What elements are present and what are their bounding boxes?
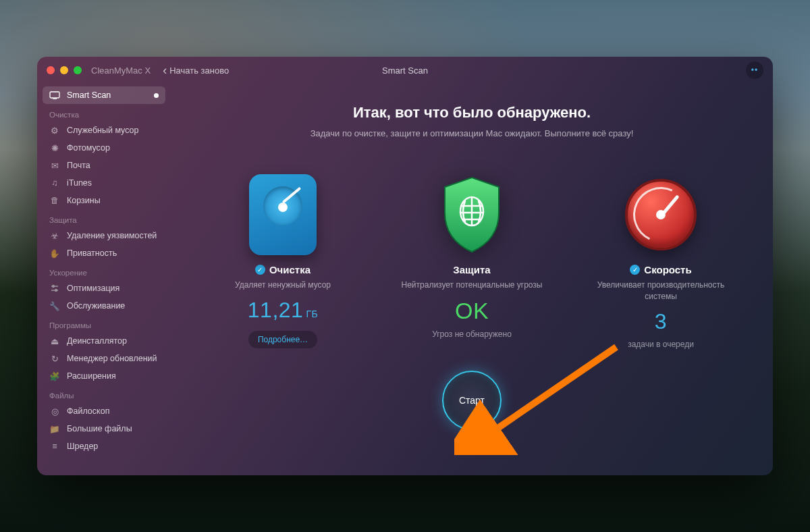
speed-title: Скорость xyxy=(644,264,691,275)
start-button[interactable]: Старт xyxy=(442,371,502,430)
sidebar-item-uninstaller[interactable]: ⏏ Деинсталлятор xyxy=(43,332,165,350)
svg-point-3 xyxy=(55,290,57,292)
cleanup-card: ✓ Очистка Удаляет ненужный мусор 11,21ГБ… xyxy=(209,171,357,349)
sidebar-item-label: Служебный мусор xyxy=(67,126,139,135)
sidebar-item-label: Фотомусор xyxy=(67,143,110,153)
folder-icon: 📁 xyxy=(49,423,60,434)
sidebar-item-label: Удаление уязвимостей xyxy=(67,231,157,240)
hand-icon: ✋ xyxy=(49,248,60,259)
speed-card: ✓ Скорость Увеличивает производительност… xyxy=(587,171,735,349)
sidebar-item-large-files[interactable]: 📁 Большие файлы xyxy=(43,420,165,437)
result-cards: ✓ Очистка Удаляет ненужный мусор 11,21ГБ… xyxy=(191,171,753,349)
sidebar-item-photo-junk[interactable]: ✺ Фотомусор xyxy=(43,139,165,157)
sidebar-item-label: Расширения xyxy=(67,371,116,381)
smart-scan-icon xyxy=(49,90,60,101)
speed-desc: Увеличивает производительность системы xyxy=(587,280,735,302)
svg-rect-0 xyxy=(50,92,59,98)
puzzle-icon: 🧩 xyxy=(49,371,60,381)
check-icon: ✓ xyxy=(630,265,640,275)
sidebar-item-smart-scan[interactable]: Smart Scan xyxy=(43,86,165,104)
gauge-illustration xyxy=(624,171,698,259)
sidebar-item-label: Обслуживание xyxy=(67,301,125,311)
main-content: Итак, вот что было обнаружено. Задачи по… xyxy=(171,84,773,475)
refresh-icon: ↻ xyxy=(49,353,60,364)
sidebar-item-label: iTunes xyxy=(67,178,92,188)
protection-desc: Нейтрализует потенциальные угрозы xyxy=(402,280,543,291)
biohazard-icon: ☣ xyxy=(49,230,60,241)
svg-rect-1 xyxy=(53,99,57,99)
sidebar-item-system-junk[interactable]: ⚙ Служебный мусор xyxy=(43,122,165,139)
sidebar-item-label: Файлоскоп xyxy=(67,406,109,416)
sidebar-item-malware[interactable]: ☣ Удаление уязвимостей xyxy=(43,227,165,244)
sidebar-section-cleanup: Очистка xyxy=(43,104,165,122)
envelope-icon: ✉ xyxy=(49,160,60,171)
zoom-window-button[interactable] xyxy=(74,66,82,74)
sidebar-item-label: Почта xyxy=(67,161,90,170)
titlebar: CleanMyMac X Начать заново Smart Scan •• xyxy=(37,57,773,84)
sliders-icon xyxy=(49,283,60,294)
sidebar-item-extensions[interactable]: 🧩 Расширения xyxy=(43,367,165,385)
sidebar-item-label: Smart Scan xyxy=(67,90,111,100)
cleanup-value: 11,21ГБ xyxy=(248,298,318,323)
close-window-button[interactable] xyxy=(47,66,55,74)
app-window: CleanMyMac X Начать заново Smart Scan ••… xyxy=(37,57,773,475)
start-over-button[interactable]: Начать заново xyxy=(163,65,229,76)
speed-sub: задачи в очереди xyxy=(628,340,694,349)
sidebar-section-apps: Программы xyxy=(43,315,165,332)
sidebar: Smart Scan Очистка ⚙ Служебный мусор ✺ Ф… xyxy=(37,84,171,475)
cleanup-title: Очистка xyxy=(269,264,310,275)
protection-card: Защита Нейтрализует потенциальные угрозы… xyxy=(398,171,546,349)
assistant-button[interactable]: •• xyxy=(746,61,763,79)
svg-line-5 xyxy=(488,347,616,435)
window-title: Smart Scan xyxy=(382,65,428,76)
cleanup-desc: Удаляет ненужный мусор xyxy=(235,280,331,291)
sidebar-item-space-lens[interactable]: ◎ Файлоскоп xyxy=(43,402,165,420)
protection-sub: Угроз не обнаружено xyxy=(432,329,512,339)
protection-value: OK xyxy=(455,298,489,324)
shield-illustration xyxy=(435,171,509,259)
sidebar-item-maintenance[interactable]: 🔧 Обслуживание xyxy=(43,297,165,315)
sidebar-item-privacy[interactable]: ✋ Приватность xyxy=(43,244,165,262)
headline: Итак, вот что было обнаружено. xyxy=(353,104,591,122)
check-icon: ✓ xyxy=(255,265,265,275)
sidebar-item-trash[interactable]: 🗑 Корзины xyxy=(43,192,165,209)
sidebar-item-label: Менеджер обновлений xyxy=(67,354,157,363)
lens-icon: ◎ xyxy=(49,406,60,417)
aperture-icon: ✺ xyxy=(49,142,60,153)
svg-point-2 xyxy=(53,286,55,288)
app-name: CleanMyMac X xyxy=(91,65,151,76)
window-controls xyxy=(47,66,82,74)
trash-icon: 🗑 xyxy=(49,195,60,206)
uninstall-icon: ⏏ xyxy=(49,336,60,346)
disk-illustration xyxy=(246,171,320,259)
sidebar-item-shredder[interactable]: ≡ Шредер xyxy=(43,437,165,455)
sidebar-item-optimization[interactable]: Оптимизация xyxy=(43,280,165,297)
speed-value: 3 xyxy=(655,309,667,334)
minimize-window-button[interactable] xyxy=(60,66,68,74)
subheadline: Задачи по очистке, защите и оптимизации … xyxy=(310,128,634,138)
sidebar-item-label: Большие файлы xyxy=(67,424,132,433)
sidebar-item-itunes[interactable]: ♫ iTunes xyxy=(43,174,165,192)
active-indicator xyxy=(154,93,159,98)
shredder-icon: ≡ xyxy=(49,441,60,452)
sidebar-item-label: Корзины xyxy=(67,196,101,205)
sidebar-item-label: Деинсталлятор xyxy=(67,336,127,346)
details-button[interactable]: Подробнее… xyxy=(248,331,317,348)
sidebar-item-label: Оптимизация xyxy=(67,284,119,293)
gear-icon: ⚙ xyxy=(49,125,60,136)
sidebar-item-label: Приватность xyxy=(67,248,117,258)
sidebar-item-updater[interactable]: ↻ Менеджер обновлений xyxy=(43,350,165,367)
sidebar-section-protection: Защита xyxy=(43,209,165,227)
sidebar-item-mail[interactable]: ✉ Почта xyxy=(43,157,165,174)
music-icon: ♫ xyxy=(49,178,60,188)
wrench-icon: 🔧 xyxy=(49,300,60,311)
sidebar-section-files: Файлы xyxy=(43,385,165,402)
sidebar-item-label: Шредер xyxy=(67,442,98,451)
sidebar-section-speed: Ускорение xyxy=(43,262,165,280)
protection-title: Защита xyxy=(453,264,490,275)
